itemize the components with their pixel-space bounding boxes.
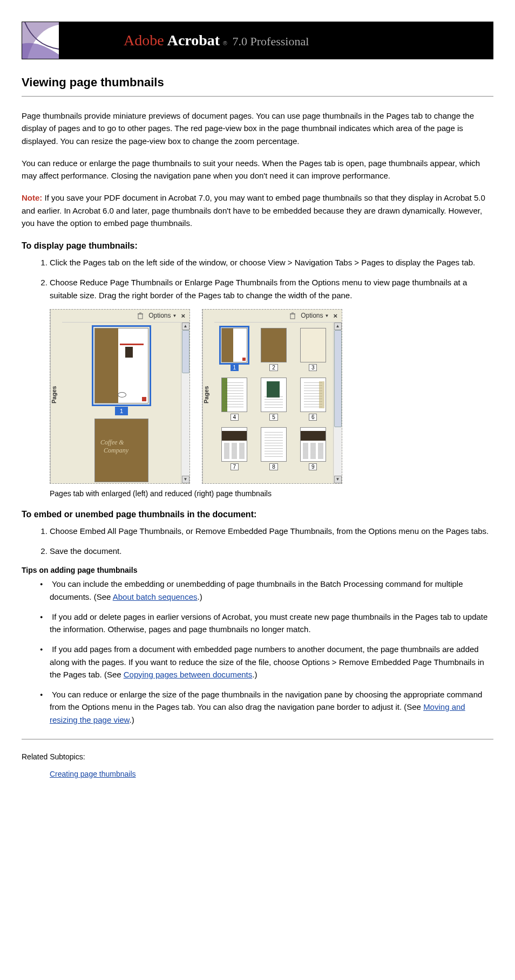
panel-header: Options ▼ × — [62, 310, 189, 323]
scroll-down-icon[interactable]: ▼ — [182, 476, 189, 483]
brand-adobe: Adobe — [124, 32, 164, 49]
tips-list: You can include the embedding or unembed… — [50, 578, 493, 726]
scrollbar[interactable]: ▲ ▼ — [333, 323, 342, 483]
registered-mark: ® — [223, 40, 227, 46]
scroll-thumb[interactable] — [334, 330, 342, 427]
tip-3: If you add pages from a document with em… — [50, 643, 493, 681]
banner-title: Adobe Acrobat ® 7.0 Professional — [124, 32, 309, 49]
page-label-8[interactable]: 8 — [269, 463, 278, 470]
tip-2: If you add or delete pages in earlier ve… — [50, 611, 493, 636]
link-creating-thumbnails[interactable]: Creating page thumbnails — [50, 770, 136, 778]
page-thumbnail-1[interactable] — [221, 328, 247, 362]
page-thumbnail-4[interactable] — [221, 378, 247, 412]
pages-tab[interactable]: Pages — [202, 310, 214, 483]
figure-row: Pages Options ▼ × — [50, 309, 493, 484]
brand-product: Acrobat — [167, 32, 220, 49]
options-label: Options — [301, 312, 323, 319]
page-title: Viewing page thumbnails — [22, 76, 493, 90]
section-display-heading: To display page thumbnails: — [22, 241, 493, 251]
page-thumbnail-1[interactable] — [94, 328, 148, 403]
scroll-up-icon[interactable]: ▲ — [182, 323, 189, 330]
tip-1-post: .) — [198, 592, 202, 601]
note-label: Note: — [22, 193, 42, 202]
pages-panel-reduced: Pages Options ▼ × 1 2 3 4 5 6 — [202, 309, 342, 484]
panel-header: Options ▼ × — [214, 310, 342, 323]
page-thumbnail-3[interactable] — [300, 328, 326, 362]
page-thumbnail-7[interactable] — [221, 427, 247, 462]
acrobat-logo — [22, 22, 59, 59]
chevron-down-icon: ▼ — [172, 313, 177, 318]
tip-4: You can reduce or enlarge the size of th… — [50, 688, 493, 726]
svg-rect-0 — [138, 314, 143, 319]
scrollbar[interactable]: ▲ ▼ — [181, 323, 189, 483]
trash-icon[interactable] — [289, 312, 296, 319]
tip-3-post: .) — [252, 670, 257, 679]
embed-steps: Choose Embed All Page Thumbnails, or Rem… — [50, 525, 493, 558]
related-link-row: Creating page thumbnails — [50, 770, 493, 778]
chevron-down-icon: ▼ — [324, 313, 329, 318]
page-label-5[interactable]: 5 — [269, 414, 278, 421]
page-label-1[interactable]: 1 — [115, 407, 128, 415]
tip-4-post: .) — [130, 715, 134, 724]
page-thumbnail-9[interactable] — [300, 427, 326, 462]
tip-4-pre: You can reduce or enlarge the size of th… — [50, 690, 482, 711]
link-copying-pages[interactable]: Copying pages between documents — [124, 670, 253, 679]
note-text: If you save your PDF document in Acrobat… — [22, 193, 485, 228]
page-thumbnail-2[interactable] — [261, 328, 287, 362]
section-embed-heading: To embed or unembed page thumbnails in t… — [22, 510, 493, 519]
close-icon[interactable]: × — [333, 312, 337, 320]
display-step-2: Choose Reduce Page Thumbnails or Enlarge… — [50, 276, 493, 301]
app-banner: Adobe Acrobat ® 7.0 Professional — [22, 22, 493, 59]
pages-panel-enlarged: Pages Options ▼ × — [50, 309, 190, 484]
options-menu-button[interactable]: Options ▼ — [148, 312, 177, 319]
embed-step-2: Save the document. — [50, 545, 493, 557]
scroll-up-icon[interactable]: ▲ — [334, 323, 342, 330]
page-label-2[interactable]: 2 — [269, 364, 278, 371]
page-label-3[interactable]: 3 — [309, 364, 317, 371]
tip-1-pre: You can include the embedding or unembed… — [50, 579, 463, 601]
related-subtopics: Related Subtopics: — [22, 752, 493, 761]
display-step-1: Click the Pages tab on the left side of … — [50, 256, 493, 269]
svg-rect-3 — [290, 314, 295, 319]
trash-icon[interactable] — [137, 312, 144, 319]
divider — [22, 96, 493, 97]
page-thumbnail-6[interactable] — [300, 378, 326, 412]
tips-heading: Tips on adding page thumbnails — [22, 566, 493, 574]
page-label-9[interactable]: 9 — [309, 463, 317, 470]
page-label-4[interactable]: 4 — [231, 414, 239, 421]
divider — [22, 739, 493, 739]
note-paragraph: Note: If you save your PDF document in A… — [22, 191, 493, 229]
scroll-down-icon[interactable]: ▼ — [334, 476, 342, 483]
page-thumbnail-8[interactable] — [261, 427, 287, 462]
brand-version: 7.0 Professional — [233, 35, 309, 49]
tip-1: You can include the embedding or unembed… — [50, 578, 493, 603]
page-label-6[interactable]: 6 — [309, 414, 317, 421]
intro-paragraph-2: You can reduce or enlarge the page thumb… — [22, 157, 493, 182]
display-steps: Click the Pages tab on the left side of … — [50, 256, 493, 301]
intro-paragraph-1: Page thumbnails provide miniature previe… — [22, 109, 493, 147]
page-label-1[interactable]: 1 — [231, 364, 239, 371]
page-thumbnail-2[interactable]: Coffee & Company — [94, 419, 148, 482]
options-label: Options — [148, 312, 171, 319]
close-icon[interactable]: × — [181, 312, 185, 320]
scroll-thumb[interactable] — [182, 330, 189, 373]
pages-tab[interactable]: Pages — [50, 310, 62, 483]
page-thumbnail-5[interactable] — [261, 378, 287, 412]
figure-caption: Pages tab with enlarged (left) and reduc… — [50, 489, 493, 498]
related-label: Related Subtopics: — [22, 752, 85, 761]
page-label-7[interactable]: 7 — [231, 463, 239, 470]
tip-2-text: If you add or delete pages in earlier ve… — [50, 612, 487, 634]
embed-step-1: Choose Embed All Page Thumbnails, or Rem… — [50, 525, 493, 537]
tip-3-pre: If you add pages from a document with em… — [50, 645, 484, 679]
link-batch-sequences[interactable]: About batch sequences — [113, 592, 198, 601]
options-menu-button[interactable]: Options ▼ — [301, 312, 329, 319]
